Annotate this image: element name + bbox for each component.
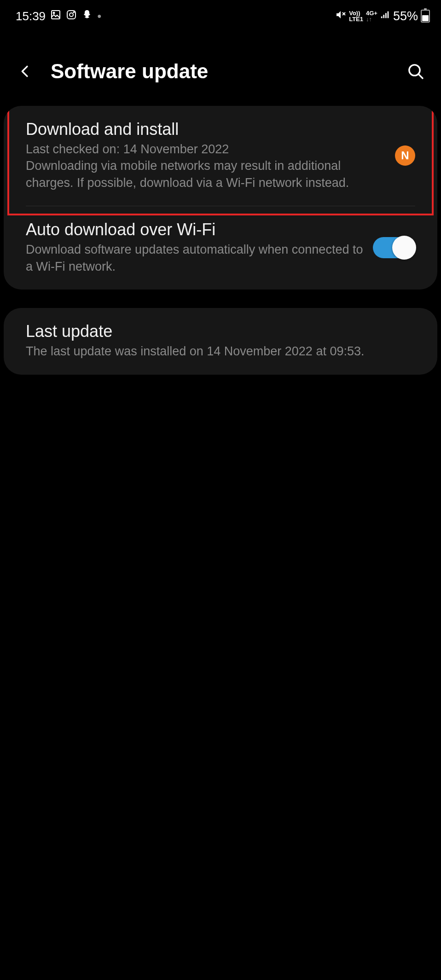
- auto-download-title: Auto download over Wi-Fi: [26, 220, 364, 239]
- volte-indicator: Vo)) LTE1: [349, 10, 363, 22]
- status-bar: 15:39 ● Vo)) LTE1 4G+ ↓↑ 55%: [0, 0, 441, 28]
- last-update-content: Last update The last update was installe…: [26, 322, 415, 360]
- last-update-desc: The last update was installed on 14 Nove…: [26, 343, 415, 360]
- download-install-content: Download and install Last checked on: 14…: [26, 120, 386, 191]
- battery-icon: [421, 10, 430, 23]
- back-button[interactable]: [14, 60, 37, 83]
- more-dot-icon: ●: [97, 12, 102, 20]
- gallery-icon: [50, 9, 61, 23]
- svg-point-3: [70, 13, 73, 17]
- auto-download-desc: Download software updates automatically …: [26, 241, 364, 275]
- mute-icon: [335, 9, 346, 23]
- svg-rect-0: [52, 11, 60, 19]
- svg-rect-9: [385, 13, 387, 18]
- download-install-title: Download and install: [26, 120, 386, 139]
- page-header: Software update: [0, 28, 441, 106]
- settings-card-2: Last update The last update was installe…: [4, 308, 437, 374]
- snapchat-icon: [81, 9, 93, 23]
- svg-point-1: [53, 12, 55, 13]
- svg-rect-10: [388, 12, 389, 18]
- chevron-left-icon: [18, 62, 33, 81]
- signal-icon: [380, 10, 390, 23]
- instagram-icon: [66, 9, 77, 23]
- badge-letter: N: [401, 149, 409, 162]
- notification-badge: N: [395, 145, 415, 166]
- status-time: 15:39: [16, 9, 46, 23]
- download-install-desc: Last checked on: 14 November 2022 Downlo…: [26, 141, 386, 191]
- auto-download-toggle[interactable]: [373, 237, 415, 258]
- last-update-title: Last update: [26, 322, 415, 341]
- search-button[interactable]: [404, 60, 427, 83]
- auto-download-content: Auto download over Wi-Fi Download softwa…: [26, 220, 364, 275]
- download-install-item[interactable]: Download and install Last checked on: 14…: [4, 106, 437, 206]
- svg-rect-7: [381, 17, 383, 18]
- status-left: 15:39 ●: [16, 9, 102, 23]
- settings-card-1: Download and install Last checked on: 14…: [4, 106, 437, 290]
- svg-rect-8: [383, 15, 384, 18]
- svg-point-4: [74, 12, 75, 12]
- auto-download-item[interactable]: Auto download over Wi-Fi Download softwa…: [4, 206, 437, 290]
- page-title: Software update: [51, 60, 390, 83]
- battery-percentage: 55%: [393, 9, 418, 23]
- status-right: Vo)) LTE1 4G+ ↓↑ 55%: [335, 9, 430, 23]
- svg-line-12: [419, 75, 423, 78]
- last-update-item[interactable]: Last update The last update was installe…: [4, 308, 437, 374]
- network-indicator: 4G+ ↓↑: [366, 10, 377, 22]
- search-icon: [406, 62, 425, 81]
